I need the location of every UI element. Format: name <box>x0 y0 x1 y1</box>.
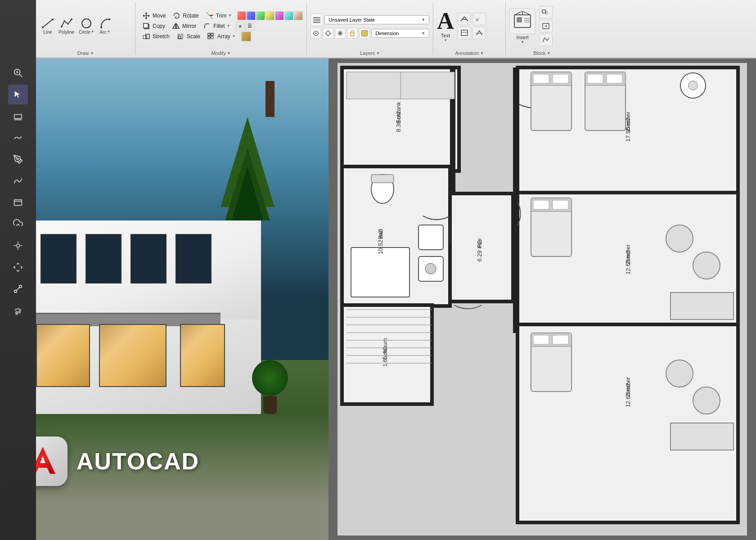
autocad-logo-area: AUTOCAD <box>18 436 199 486</box>
block-label: Block <box>533 50 545 56</box>
color-chip-icon[interactable] <box>241 32 251 41</box>
svg-rect-124 <box>461 30 468 36</box>
rotate-button[interactable]: Rotate <box>169 11 201 21</box>
line-icon <box>42 18 54 29</box>
background-tree <box>243 81 297 333</box>
scale-button[interactable]: Scale <box>173 32 203 41</box>
color-palette-icon-1[interactable] <box>237 11 246 20</box>
mirror-icon <box>171 22 180 30</box>
insert-dropdown-arrow: ▼ <box>521 40 524 44</box>
layer-color-button[interactable] <box>359 28 370 39</box>
block-btn-3[interactable] <box>539 34 553 46</box>
polyline-tool-button[interactable]: Polyline <box>57 16 76 36</box>
svg-point-96 <box>82 19 91 28</box>
draw-tools: Line Polyline <box>40 3 131 49</box>
sidebar-tool-footprint[interactable] <box>8 301 28 320</box>
svg-rect-111 <box>211 33 213 36</box>
circle-tool-button[interactable]: Circle ▼ <box>77 16 96 36</box>
sidebar-tool-select[interactable] <box>8 85 28 104</box>
svg-rect-73 <box>553 335 568 344</box>
layers-section-footer[interactable]: Layers ▼ <box>310 49 429 56</box>
svg-point-88 <box>688 81 698 90</box>
modify-section-footer[interactable]: Modify ▼ <box>139 49 303 56</box>
svg-point-21 <box>18 308 20 310</box>
svg-point-22 <box>20 309 22 310</box>
modify-chevron-icon: ▼ <box>227 51 231 55</box>
scale-icon <box>176 32 185 40</box>
insert-icon <box>509 8 536 34</box>
svg-rect-39 <box>351 248 410 297</box>
house-main-body <box>27 225 261 414</box>
svg-point-20 <box>16 308 18 310</box>
copy-button[interactable]: Copy <box>139 21 168 31</box>
text-tool-label: Text <box>441 33 450 38</box>
layer-lock-button[interactable] <box>347 28 358 39</box>
color-palette-icon-3[interactable] <box>256 11 265 20</box>
ann-btn-2[interactable]: α <box>472 13 486 25</box>
draw-section: Line Polyline <box>36 0 135 58</box>
block-section-footer[interactable]: Block ▼ <box>509 49 574 56</box>
sidebar-tool-spline[interactable] <box>8 171 28 191</box>
color-palette-icon-5[interactable] <box>275 11 284 20</box>
svg-line-89 <box>43 19 53 27</box>
sidebar-tool-pushpull[interactable] <box>8 236 28 256</box>
svg-rect-51 <box>587 74 603 83</box>
svg-marker-104 <box>176 24 179 28</box>
ann-btn-1[interactable] <box>458 13 471 25</box>
sidebar-tool-pen[interactable] <box>8 149 28 169</box>
sidebar-tool-zoom[interactable] <box>8 63 28 83</box>
color-palette-icon-6[interactable] <box>284 11 293 20</box>
svg-text:α: α <box>476 16 479 22</box>
window-upper-3 <box>130 234 166 284</box>
arc-tool-button[interactable]: Arc ▼ <box>97 16 113 36</box>
text-dropdown-arrow: ▼ <box>444 38 447 42</box>
svg-rect-110 <box>208 33 210 36</box>
sidebar-tool-freehand[interactable] <box>8 128 28 148</box>
sidebar-tool-cloud[interactable] <box>8 214 28 234</box>
sidebar-tool-pan[interactable] <box>8 257 28 277</box>
sidebar-tool-erase[interactable] <box>8 106 28 126</box>
svg-rect-4 <box>14 114 22 118</box>
floorplan-svg: Schrank 8.38 m2 Zimmer 17.96 m2 Bad 10.5… <box>328 58 756 540</box>
ann-btn-3[interactable] <box>458 27 471 39</box>
block-btn-1[interactable] <box>539 6 553 18</box>
svg-rect-116 <box>313 22 320 23</box>
block-chevron-icon: ▼ <box>547 51 550 55</box>
dimension-dropdown[interactable]: Dimension ▼ <box>371 29 429 38</box>
color-palette-icon-2[interactable] <box>247 11 256 20</box>
draw-section-footer[interactable]: Draw ▼ <box>40 49 131 56</box>
trim-button[interactable]: Trim ▼ <box>202 11 234 21</box>
layer-properties-button[interactable] <box>310 28 321 39</box>
sidebar-tool-measure[interactable] <box>8 279 28 299</box>
decorative-plant <box>252 360 288 414</box>
svg-point-19 <box>15 309 17 310</box>
circle-icon <box>81 18 92 29</box>
circle-tool-label: Circle <box>79 30 90 35</box>
line-tool-button[interactable]: Line <box>40 16 56 36</box>
layer-icon-btn[interactable]: ≡ <box>236 22 245 31</box>
svg-rect-113 <box>211 36 213 39</box>
array-button[interactable]: Array ▼ <box>204 32 238 41</box>
window-lower-3 <box>180 324 225 387</box>
fillet-button[interactable]: Fillet ▼ <box>200 21 233 31</box>
properties-icon-btn[interactable]: ☰ <box>245 22 254 31</box>
layer-isolate-button[interactable] <box>323 28 333 39</box>
layer-state-dropdown[interactable]: Unsaved Layer State ▼ <box>324 15 429 24</box>
ann-btn-4[interactable] <box>472 27 486 39</box>
annotation-section-footer[interactable]: Annotation ▼ <box>437 49 502 56</box>
color-palette-icon-7[interactable] <box>294 11 303 20</box>
layer-manager-button[interactable] <box>310 14 323 26</box>
move-button[interactable]: Move <box>139 11 168 21</box>
block-btn-2[interactable] <box>539 20 553 32</box>
text-tool-button[interactable]: A Text ▼ <box>437 9 454 42</box>
svg-point-63 <box>666 225 693 252</box>
svg-rect-65 <box>670 292 734 320</box>
mirror-button[interactable]: Mirror <box>169 21 199 31</box>
stretch-button[interactable]: Stretch <box>139 32 172 41</box>
color-palette-icon-4[interactable] <box>266 11 274 20</box>
svg-rect-62 <box>553 200 568 209</box>
svg-rect-36 <box>371 175 394 183</box>
layer-freeze-button[interactable] <box>335 28 346 39</box>
insert-tool-button[interactable]: Insert ▼ <box>509 8 536 44</box>
sidebar-tool-rectangle[interactable] <box>8 193 28 212</box>
